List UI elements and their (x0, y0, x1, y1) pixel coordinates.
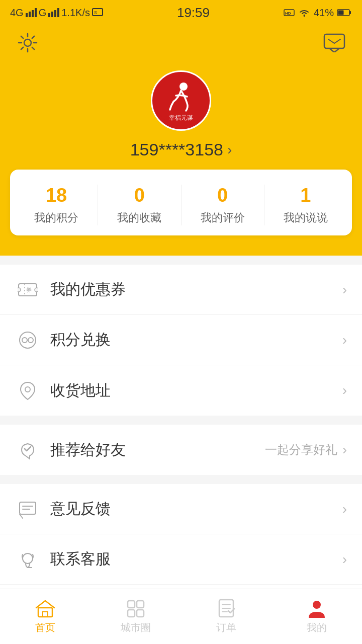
status-time: 19:59 (177, 5, 210, 21)
chevron-right-icon: › (342, 382, 347, 398)
stat-reviews[interactable]: 0 我的评价 (182, 185, 264, 225)
svg-rect-39 (137, 601, 144, 608)
battery-text: 41% (314, 7, 334, 19)
coupon-icon: 券 (15, 277, 40, 302)
svg-point-18 (179, 83, 188, 91)
menu-group-1: 券 我的优惠券 › 积分兑换 › 收货地址 › (0, 265, 362, 416)
speed-text: 1.1K/s (61, 7, 90, 19)
nav-home[interactable]: 首页 (0, 599, 90, 634)
chevron-right-icon: › (342, 501, 347, 517)
menu-coupon[interactable]: 券 我的优惠券 › (0, 265, 362, 315)
svg-point-21 (18, 288, 21, 292)
svg-rect-1 (29, 12, 31, 17)
chevron-right-icon: › (342, 442, 347, 458)
svg-rect-16 (324, 34, 344, 48)
wifi-icon (298, 8, 311, 17)
status-bar: 4G G 1.1K/s S 19:59 HD 41% (0, 0, 362, 25)
svg-rect-3 (35, 8, 37, 17)
svg-text:券: 券 (26, 287, 32, 293)
svg-rect-30 (20, 502, 36, 514)
svg-point-29 (25, 387, 30, 392)
svg-point-27 (28, 338, 33, 343)
svg-rect-14 (349, 11, 351, 14)
svg-rect-5 (51, 12, 53, 17)
svg-text:幸福元谋: 幸福元谋 (169, 114, 193, 121)
bottom-nav: 首页 城市圈 订单 (0, 589, 362, 644)
profile-section: 幸福元谋 159****3158 › (0, 70, 362, 180)
chevron-right-icon: › (342, 551, 347, 568)
svg-rect-6 (54, 10, 56, 17)
svg-rect-7 (57, 8, 59, 17)
service-icon (15, 547, 40, 572)
svg-rect-37 (43, 612, 48, 617)
svg-point-15 (24, 39, 31, 46)
hd-icon: HD (284, 8, 295, 17)
points-icon (15, 328, 40, 353)
phone-chevron-icon: › (227, 142, 232, 158)
menu-recommend[interactable]: 推荐给好友 一起分享好礼 › (0, 425, 362, 475)
feedback-icon (15, 497, 40, 522)
home-icon (35, 599, 55, 618)
chevron-right-icon: › (342, 332, 347, 348)
profile-nav-icon (307, 599, 327, 618)
nav-city[interactable]: 城市圈 (90, 599, 181, 634)
status-right: HD 41% (284, 7, 352, 19)
menu-feedback[interactable]: 意见反馈 › (0, 484, 362, 534)
svg-rect-13 (338, 11, 344, 15)
stat-points[interactable]: 18 我的积分 (15, 185, 98, 225)
svg-rect-4 (48, 13, 50, 17)
network-text: G (39, 7, 47, 19)
order-icon (216, 599, 236, 618)
svg-point-22 (35, 288, 38, 292)
svg-text:S: S (94, 10, 97, 15)
svg-text:HD: HD (285, 11, 291, 16)
stat-posts[interactable]: 1 我的说说 (264, 185, 347, 225)
svg-point-33 (23, 553, 33, 564)
svg-rect-41 (137, 610, 144, 617)
svg-rect-40 (128, 610, 135, 617)
settings-button[interactable] (15, 30, 40, 55)
message-button[interactable] (322, 30, 347, 55)
status-left: 4G G 1.1K/s S (10, 7, 103, 19)
menu-points-exchange[interactable]: 积分兑换 › (0, 315, 362, 365)
nav-profile[interactable]: 我的 (272, 599, 362, 634)
nav-orders[interactable]: 订单 (181, 599, 272, 634)
menu-service[interactable]: 联系客服 › (0, 534, 362, 585)
svg-rect-38 (128, 601, 135, 608)
city-icon (126, 599, 146, 618)
stats-card: 18 我的积分 0 我的收藏 0 我的评价 1 我的说说 (10, 170, 352, 235)
address-icon (15, 378, 40, 403)
svg-point-26 (22, 338, 27, 343)
stat-favorites[interactable]: 0 我的收藏 (98, 185, 180, 225)
phone-display[interactable]: 159****3158 › (130, 140, 232, 159)
recommend-icon (15, 437, 40, 462)
battery-icon (337, 8, 352, 17)
chevron-right-icon: › (342, 282, 347, 298)
menu-address[interactable]: 收货地址 › (0, 365, 362, 416)
app-header (0, 25, 362, 70)
avatar[interactable]: 幸福元谋 (151, 70, 211, 131)
svg-point-46 (313, 601, 321, 609)
svg-rect-2 (32, 10, 34, 17)
svg-rect-0 (26, 13, 28, 17)
signal-text: 4G (10, 7, 24, 19)
menu-group-2: 推荐给好友 一起分享好礼 › (0, 425, 362, 475)
